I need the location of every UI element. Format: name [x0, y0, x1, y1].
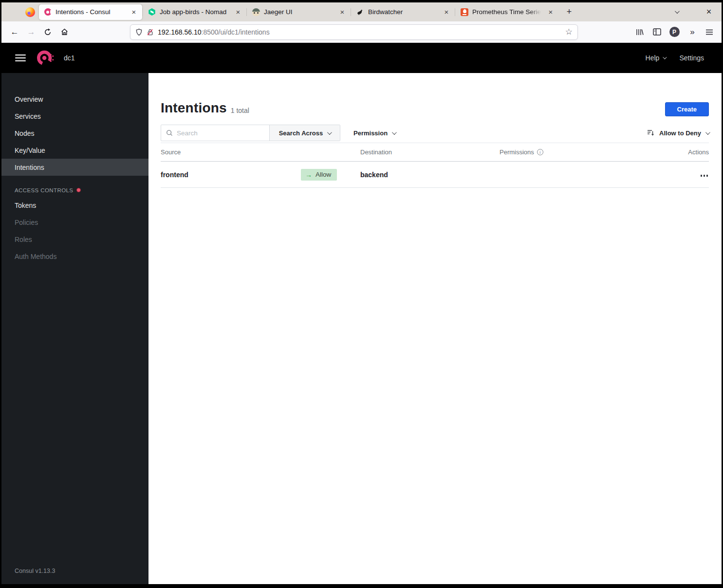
tab-title: Jaeger UI [264, 8, 334, 16]
consul-favicon-icon [44, 8, 52, 16]
search-across-dropdown[interactable]: Search Across [269, 125, 340, 141]
tab-title: Job app-birds - Nomad [160, 8, 230, 16]
tab-birdwatcher[interactable]: Birdwatcher × [352, 4, 455, 20]
tab-close-icon[interactable]: × [546, 8, 555, 17]
permission-filter-label: Permission [353, 129, 388, 137]
sidebar-item-label: Auth Methods [15, 253, 56, 260]
sidebar-item-label: Intentions [15, 164, 44, 171]
sidebar-item-overview[interactable]: Overview [1, 91, 148, 108]
sort-icon [647, 129, 655, 136]
create-button[interactable]: Create [665, 102, 709, 116]
search-box[interactable] [161, 125, 269, 141]
navigation-toolbar: ← → 192.168.56.10:8500/ui/dc1/intentions… [1, 21, 722, 43]
sidebar-item-label: Key/Value [15, 147, 45, 154]
sidebar-item-policies[interactable]: Policies [1, 214, 148, 231]
search-icon [166, 129, 173, 136]
toolbar-right-icons: P » [632, 25, 717, 39]
tab-bar: Intentions - Consul × Job app-birds - No… [1, 2, 722, 21]
access-controls-section-label: ACCESS CONTROLS [1, 184, 148, 197]
tab-nomad[interactable]: Job app-birds - Nomad × [143, 4, 246, 20]
home-button[interactable] [57, 25, 72, 39]
sidebar-nav: Overview Services Nodes Key/Value Intent… [1, 73, 148, 584]
list-all-tabs-button[interactable] [669, 5, 684, 19]
sidebar-item-label: Tokens [15, 202, 36, 209]
source-cell: frontend [161, 171, 301, 179]
search-across-label: Search Across [279, 129, 323, 137]
sidebar-item-roles[interactable]: Roles [1, 231, 148, 248]
new-tab-button[interactable]: + [562, 5, 576, 19]
actions-cell [670, 170, 709, 180]
tab-title: Intentions - Consul [56, 8, 126, 16]
sidebar-item-services[interactable]: Services [1, 108, 148, 125]
firefox-view-button[interactable] [22, 5, 38, 19]
permission-filter-dropdown[interactable]: Permission [353, 129, 395, 137]
sidebar-menu-icon[interactable] [15, 55, 26, 61]
tab-consul[interactable]: Intentions - Consul × [39, 4, 142, 20]
sidebar-item-label: Roles [15, 236, 32, 243]
sidebar-item-nodes[interactable]: Nodes [1, 125, 148, 142]
browser-window: Intentions - Consul × Job app-birds - No… [1, 2, 722, 584]
sort-label: Allow to Deny [659, 129, 701, 137]
prometheus-favicon-icon [461, 8, 468, 16]
library-icon[interactable] [632, 25, 647, 39]
tab-jaeger[interactable]: Jaeger UI × [247, 4, 351, 20]
tab-title: Prometheus Time Series C [472, 8, 542, 16]
consul-logo-icon[interactable] [37, 49, 55, 67]
search-input[interactable] [177, 129, 264, 137]
tab-prometheus[interactable]: Prometheus Time Series C × [456, 4, 559, 20]
sidebar-item-label: Nodes [15, 129, 34, 137]
sidebar-item-keyvalue[interactable]: Key/Value [1, 142, 148, 159]
sidebar-item-label: Services [15, 112, 41, 120]
bookmark-star-icon[interactable]: ☆ [565, 27, 573, 37]
consul-app: dc1 Help Settings Overview Services Node… [1, 43, 722, 584]
table-header-row: Source Destination Permissions i Actions [161, 143, 709, 161]
bird-favicon-icon [356, 8, 364, 16]
tab-close-icon[interactable]: × [442, 8, 451, 17]
arrow-right-icon: → [305, 171, 312, 179]
sidebar-item-label: Policies [15, 219, 38, 226]
chevron-down-icon [663, 55, 667, 59]
app-menu-hamburger-icon[interactable] [702, 25, 717, 39]
overflow-menu-icon[interactable]: » [685, 25, 699, 39]
filter-bar: Search Across Permission Allow to Deny [161, 124, 709, 142]
tracking-shield-icon[interactable] [135, 28, 143, 36]
url-text[interactable]: 192.168.56.10:8500/ui/dc1/intentions [158, 28, 565, 36]
sidebar-item-label: Overview [15, 95, 43, 103]
window-close-button[interactable]: × [703, 7, 715, 17]
url-host: 192.168.56.10 [158, 28, 202, 36]
forward-button[interactable]: → [24, 25, 38, 39]
row-actions-menu-icon[interactable] [700, 172, 709, 180]
firefox-icon [25, 7, 35, 17]
page-title: Intentions [161, 100, 227, 116]
consul-header: dc1 Help Settings [1, 43, 722, 73]
tab-close-icon[interactable]: × [130, 8, 138, 17]
settings-link[interactable]: Settings [679, 54, 704, 62]
acl-status-dot-icon [76, 188, 81, 192]
intention-row[interactable]: frontend → Allow backend [161, 162, 709, 188]
sidebar-toggle-icon[interactable] [649, 25, 664, 39]
tab-close-icon[interactable]: × [234, 8, 242, 17]
column-header-source: Source [161, 148, 360, 156]
insecure-lock-icon[interactable] [147, 28, 154, 36]
info-icon[interactable]: i [537, 149, 543, 155]
reload-button[interactable] [40, 25, 55, 39]
sort-dropdown[interactable]: Allow to Deny [647, 129, 709, 137]
allow-badge: → Allow [301, 169, 337, 181]
sidebar-item-auth-methods[interactable]: Auth Methods [1, 248, 148, 265]
sidebar-item-intentions[interactable]: Intentions [1, 159, 148, 176]
tab-title: Birdwatcher [368, 8, 438, 16]
help-menu[interactable]: Help [646, 54, 666, 62]
profile-account-button[interactable]: P [667, 25, 682, 39]
chevron-down-icon [674, 9, 679, 14]
chevron-down-icon [705, 130, 710, 135]
back-button[interactable]: ← [7, 25, 22, 39]
settings-label: Settings [679, 54, 704, 62]
destination-cell: backend [360, 171, 500, 179]
datacenter-selector[interactable]: dc1 [64, 54, 75, 62]
help-label: Help [646, 54, 660, 62]
url-bar[interactable]: 192.168.56.10:8500/ui/dc1/intentions ☆ [130, 24, 578, 40]
jaeger-favicon-icon [252, 8, 260, 16]
sidebar-item-tokens[interactable]: Tokens [1, 197, 148, 214]
tab-close-icon[interactable]: × [338, 8, 347, 17]
permissions-header-label: Permissions [500, 148, 534, 156]
